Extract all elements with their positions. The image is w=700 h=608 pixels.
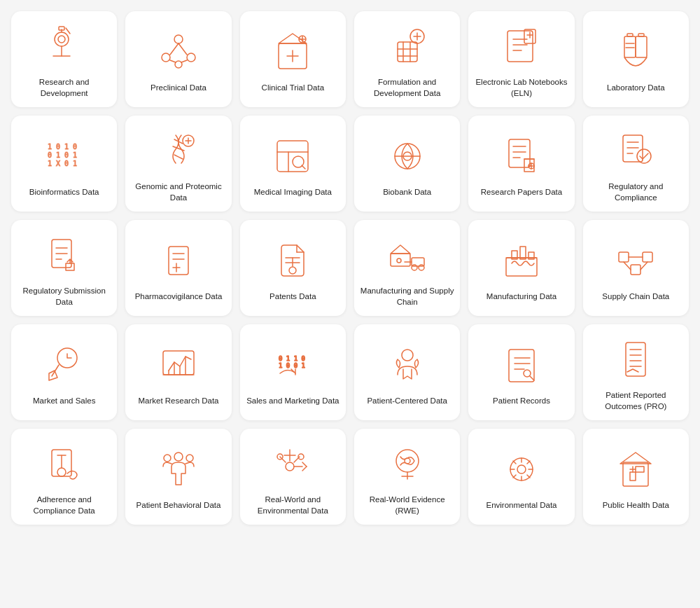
svg-point-133	[174, 452, 183, 461]
svg-text:1 0 1 0: 1 0 1 0	[48, 143, 77, 151]
patient-records-icon	[496, 340, 547, 390]
preclinical-data-icon	[153, 27, 204, 77]
card-patient-behavioral[interactable]: Patient Behavioral Data	[125, 429, 231, 525]
svg-point-147	[405, 458, 410, 464]
card-regulatory-submission[interactable]: Regulatory Submission Data	[11, 220, 117, 316]
svg-line-145	[302, 467, 307, 471]
card-patents-data[interactable]: Patents Data	[240, 220, 346, 316]
market-sales-label: Market and Sales	[33, 396, 96, 407]
pharmacovigilance-label: Pharmacovigilance Data	[135, 291, 223, 303]
patents-data-label: Patents Data	[270, 291, 316, 303]
card-preclinical-data[interactable]: Preclinical Data	[125, 11, 231, 107]
medical-imaging-icon	[267, 131, 318, 181]
formulation-development-icon	[382, 21, 433, 71]
card-bioinformatics-data[interactable]: 1 0 1 00 1 0 11 X 0 1Bioinformatics Data	[11, 116, 117, 212]
card-market-research[interactable]: Market Research Data	[125, 324, 231, 420]
card-regulatory-compliance[interactable]: Regulatory and Compliance	[583, 116, 689, 212]
realworld-evidence-icon	[382, 438, 433, 489]
svg-point-86	[289, 267, 296, 274]
card-grid: Research and DevelopmentPreclinical Data…	[11, 11, 689, 525]
svg-rect-39	[624, 36, 636, 57]
svg-point-7	[174, 35, 183, 43]
card-realworld-evidence[interactable]: Real-World Evidence (RWE)	[354, 429, 460, 525]
research-papers-label: Research Papers Data	[481, 187, 562, 198]
svg-text:1 0 0 1: 1 0 0 1	[279, 362, 305, 369]
svg-line-5	[66, 28, 70, 34]
svg-point-136	[286, 462, 294, 471]
patient-behavioral-icon	[153, 444, 204, 495]
electronic-lab-notebooks-label: Electronic Lab Notebooks (ELN)	[474, 77, 568, 99]
card-supply-chain-data[interactable]: Supply Chain Data	[583, 220, 689, 316]
svg-line-159	[513, 475, 516, 478]
card-electronic-lab-notebooks[interactable]: Electronic Lab Notebooks (ELN)	[468, 11, 574, 107]
svg-rect-4	[59, 27, 64, 30]
svg-line-104	[640, 262, 648, 270]
market-research-label: Market Research Data	[138, 396, 218, 407]
card-research-development[interactable]: Research and Development	[11, 11, 117, 107]
card-genomic-proteomic[interactable]: Genomic and Proteomic Data	[125, 116, 231, 212]
card-pharmacovigilance[interactable]: Pharmacovigilance Data	[125, 220, 231, 316]
card-manufacturing-supply-chain[interactable]: Manufacturing and Supply Chain	[354, 220, 460, 316]
patient-behavioral-label: Patient Behavioral Data	[136, 500, 221, 511]
card-patient-records[interactable]: Patient Records	[468, 324, 574, 420]
svg-rect-40	[636, 36, 647, 57]
svg-line-48	[174, 155, 183, 159]
card-sales-marketing[interactable]: 0 1 1 01 0 0 1Sales and Marketing Data	[240, 324, 346, 420]
svg-line-157	[527, 475, 530, 478]
clinical-trial-data-icon	[267, 27, 318, 77]
svg-rect-67	[623, 135, 643, 162]
svg-rect-88	[391, 254, 410, 266]
card-formulation-development[interactable]: Formulation and Development Data	[354, 11, 460, 107]
biobank-data-label: Biobank Data	[383, 187, 431, 198]
regulatory-submission-label: Regulatory Submission Data	[17, 286, 111, 308]
svg-point-117	[402, 350, 413, 361]
svg-line-12	[178, 43, 187, 55]
environmental-data-label: Environmental Data	[486, 500, 556, 511]
svg-point-134	[164, 455, 171, 462]
regulatory-compliance-label: Regulatory and Compliance	[589, 181, 683, 203]
medical-imaging-label: Medical Imaging Data	[254, 187, 332, 198]
formulation-development-label: Formulation and Development Data	[360, 77, 454, 99]
svg-rect-101	[631, 265, 640, 275]
pharmacovigilance-icon	[153, 235, 204, 286]
svg-rect-95	[506, 258, 537, 276]
research-development-label: Research and Development	[17, 77, 111, 99]
svg-point-135	[186, 455, 193, 462]
public-health-icon	[610, 444, 661, 495]
card-laboratory-data[interactable]: Laboratory Data	[583, 11, 689, 107]
electronic-lab-notebooks-icon	[496, 21, 547, 71]
card-market-sales[interactable]: Market and Sales	[11, 324, 117, 420]
card-patient-reported-outcomes[interactable]: Patient Reported Outcomes (PRO)	[583, 324, 689, 420]
bioinformatics-data-label: Bioinformatics Data	[29, 187, 99, 198]
svg-rect-107	[163, 351, 194, 375]
card-realworld-environmental[interactable]: Real-World and Environmental Data	[240, 429, 346, 525]
card-environmental-data[interactable]: Environmental Data	[468, 429, 574, 525]
svg-point-91	[412, 265, 417, 270]
patient-reported-outcomes-icon	[610, 334, 661, 385]
card-research-papers[interactable]: Research Papers Data	[468, 116, 574, 212]
svg-point-8	[162, 53, 170, 62]
regulatory-submission-icon	[39, 230, 90, 280]
card-public-health[interactable]: Public Health Data	[583, 429, 689, 525]
manufacturing-data-icon	[496, 235, 547, 286]
svg-point-0	[55, 32, 69, 46]
card-adherence-compliance[interactable]: Adherence and Compliance Data	[11, 429, 117, 525]
adherence-compliance-label: Adherence and Compliance Data	[17, 495, 111, 516]
card-manufacturing-data[interactable]: Manufacturing Data	[468, 220, 574, 316]
card-patient-centered[interactable]: Patient-Centered Data	[354, 324, 460, 420]
card-clinical-trial-data[interactable]: Clinical Trial Data	[240, 11, 346, 107]
svg-marker-89	[391, 245, 410, 254]
genomic-proteomic-icon	[153, 125, 204, 176]
preclinical-data-label: Preclinical Data	[150, 83, 206, 94]
card-medical-imaging[interactable]: Medical Imaging Data	[240, 116, 346, 212]
svg-rect-100	[643, 252, 652, 262]
svg-line-11	[170, 43, 178, 55]
svg-rect-99	[619, 252, 629, 262]
svg-point-146	[396, 450, 419, 472]
svg-line-123	[530, 376, 534, 380]
svg-line-13	[170, 60, 176, 62]
biobank-data-icon	[382, 131, 433, 181]
svg-line-14	[181, 60, 187, 62]
patient-centered-icon	[382, 340, 433, 390]
card-biobank-data[interactable]: Biobank Data	[354, 116, 460, 212]
